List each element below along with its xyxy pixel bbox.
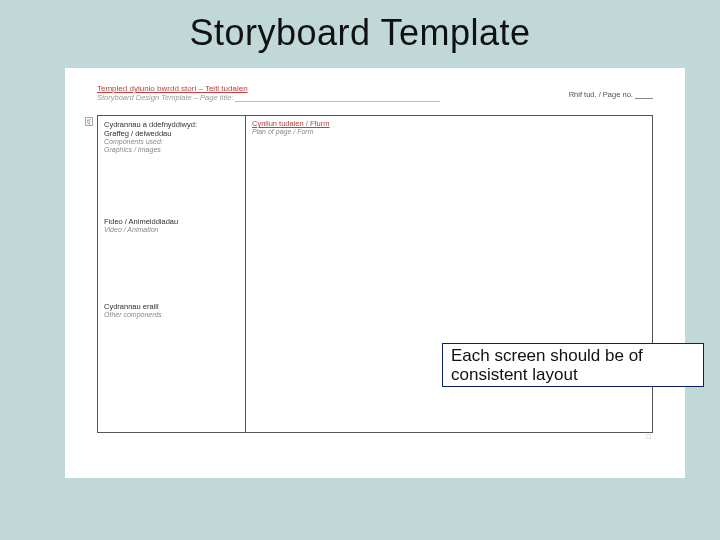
section-graphics: Cydrannau a ddefnyddiwyd: Graffeg / delw… — [98, 116, 245, 156]
bracket-mark: t[ — [85, 117, 93, 126]
tiny-corner-mark: □ — [647, 433, 651, 440]
storyboard-document: Templed dylunio bwrdd stori – Teitl tuda… — [65, 68, 685, 478]
annotation-text: Each screen should be of consistent layo… — [451, 346, 695, 384]
page-number-label: Rhif tud. / Page no. — [569, 90, 653, 99]
left-column: Cydrannau a ddefnyddiwyd: Graffeg / delw… — [98, 116, 246, 432]
section-video: Fideo / Animeiddiadau Video / Animation — [98, 213, 245, 236]
section-other: Cydrannau eraill Other components — [98, 298, 245, 321]
slide-title: Storyboard Template — [0, 12, 720, 54]
annotation-callout: Each screen should be of consistent layo… — [442, 343, 704, 387]
right-column-heading: Cynllun tudalen / Ffurm Plan of page / F… — [252, 119, 330, 135]
doc-header-welsh: Templed dylunio bwrdd stori – Teitl tuda… — [97, 84, 248, 93]
doc-header-english: Storyboard Design Template – Page title: — [97, 93, 440, 102]
